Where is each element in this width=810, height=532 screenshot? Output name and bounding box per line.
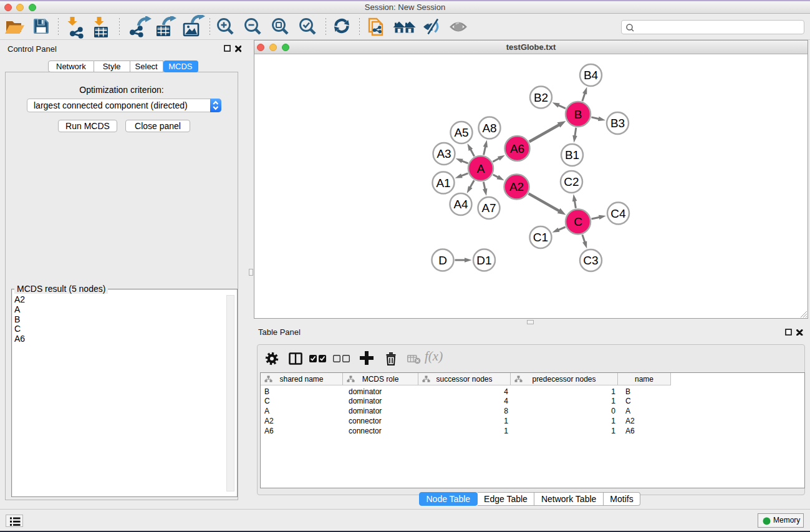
svg-text:C3: C3 (583, 254, 598, 267)
svg-text:B4: B4 (584, 69, 599, 82)
svg-text:A1: A1 (436, 177, 450, 190)
svg-text:A4: A4 (453, 198, 468, 211)
svg-text:D: D (438, 254, 447, 267)
svg-text:D1: D1 (476, 254, 491, 267)
svg-text:C4: C4 (610, 207, 626, 220)
svg-text:B: B (574, 108, 582, 121)
svg-text:B1: B1 (565, 148, 579, 162)
svg-text:B3: B3 (610, 117, 625, 130)
svg-text:A3: A3 (436, 147, 451, 160)
svg-text:A8: A8 (482, 122, 496, 135)
svg-text:A6: A6 (510, 142, 524, 155)
svg-text:A: A (477, 162, 485, 175)
svg-text:A7: A7 (481, 201, 496, 215)
svg-text:C1: C1 (533, 231, 548, 244)
svg-text:A5: A5 (454, 126, 468, 139)
svg-text:A2: A2 (509, 180, 524, 193)
svg-text:C2: C2 (564, 175, 579, 188)
svg-text:C: C (574, 215, 582, 228)
svg-text:B2: B2 (534, 91, 548, 104)
